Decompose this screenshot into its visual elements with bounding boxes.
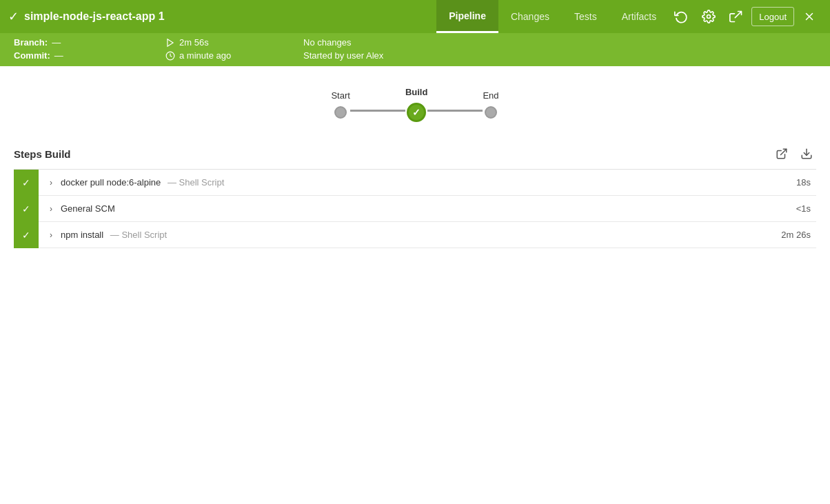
commit-label: Commit: <box>14 50 50 61</box>
started-by-row: Started by user Alex <box>303 50 816 61</box>
step-duration-0: 18s <box>796 177 816 188</box>
step-check-icon-2: ✓ <box>22 230 30 241</box>
step-status-0: ✓ <box>14 170 39 196</box>
steps-title: Steps Build <box>14 148 71 160</box>
download-icon <box>800 148 813 160</box>
stage-build: Build ✓ <box>405 87 428 122</box>
nav-tabs: Pipeline Changes Tests Artifacts <box>436 0 669 33</box>
stage-end: End <box>483 90 498 119</box>
time-value: a minute ago <box>179 50 231 61</box>
commit-row: Commit: — <box>14 50 165 61</box>
step-name-text-2: npm install <box>61 230 103 240</box>
meta-left: Branch: — Commit: — <box>14 37 165 61</box>
step-status-2: ✓ <box>14 222 39 248</box>
step-type-2: — Shell Script <box>110 230 167 240</box>
build-check-icon: ✓ <box>412 107 421 118</box>
pipeline-visualization: Start Build ✓ End <box>0 66 830 136</box>
step-name-1: General SCM <box>61 203 796 214</box>
commit-value: — <box>54 50 63 61</box>
branch-row: Branch: — <box>14 37 165 48</box>
svg-point-0 <box>707 15 711 19</box>
download-button[interactable] <box>797 144 816 163</box>
line-build-end <box>427 110 483 112</box>
step-duration-2: 2m 26s <box>781 230 816 240</box>
play-icon <box>165 38 175 48</box>
reload-button[interactable] <box>669 4 694 29</box>
step-expand-1[interactable]: › <box>41 204 61 214</box>
step-name-0: docker pull node:6-alpine — Shell Script <box>61 177 796 188</box>
duration-value: 2m 56s <box>179 37 209 48</box>
stage-build-label: Build <box>405 87 428 97</box>
step-row-1: ✓ › General SCM <1s <box>14 196 816 222</box>
app-title: simple-node-js-react-app 1 <box>24 10 165 23</box>
branch-value: — <box>52 37 61 48</box>
stage-start-label: Start <box>331 90 350 101</box>
meta-center: 2m 56s a minute ago <box>165 37 303 61</box>
svg-marker-3 <box>168 39 173 46</box>
step-name-text-0: docker pull node:6-alpine <box>61 177 161 188</box>
tab-pipeline[interactable]: Pipeline <box>436 0 498 33</box>
logout-button[interactable]: Logout <box>751 7 794 26</box>
branch-label: Branch: <box>14 37 48 48</box>
svg-line-5 <box>781 149 787 154</box>
title-area: ✓ simple-node-js-react-app 1 <box>8 9 436 24</box>
step-expand-2[interactable]: › <box>41 230 61 240</box>
share-button[interactable] <box>724 4 749 29</box>
meta-right: No changes Started by user Alex <box>303 37 816 61</box>
stage-start: Start <box>331 90 350 119</box>
settings-icon <box>702 10 716 23</box>
steps-icons <box>772 144 816 163</box>
step-check-icon-0: ✓ <box>22 177 30 188</box>
line-start-build <box>350 110 405 112</box>
external-link-icon <box>776 148 788 160</box>
top-bar: ✓ simple-node-js-react-app 1 Pipeline Ch… <box>0 0 830 33</box>
external-link-button[interactable] <box>772 144 791 163</box>
meta-bar: Branch: — Commit: — 2m 56s a minute ago <box>0 33 830 66</box>
step-check-icon-1: ✓ <box>22 203 30 214</box>
clock-icon <box>165 51 175 61</box>
stage-end-label: End <box>483 90 498 101</box>
app-container: ✓ simple-node-js-react-app 1 Pipeline Ch… <box>0 0 830 504</box>
top-bar-icons: Logout <box>669 4 822 29</box>
stage-end-node <box>485 106 497 119</box>
steps-section: Steps Build <box>0 136 830 504</box>
tab-artifacts[interactable]: Artifacts <box>609 0 669 33</box>
tab-tests[interactable]: Tests <box>562 0 609 33</box>
step-expand-0[interactable]: › <box>41 178 61 188</box>
settings-button[interactable] <box>696 4 721 29</box>
share-icon <box>729 10 743 23</box>
time-row: a minute ago <box>165 50 303 61</box>
tab-changes[interactable]: Changes <box>498 0 562 33</box>
close-icon <box>803 10 816 23</box>
main-content: Start Build ✓ End Steps Build <box>0 66 830 504</box>
step-status-1: ✓ <box>14 196 39 222</box>
stage-start-node <box>334 106 347 119</box>
steps-header: Steps Build <box>14 136 816 170</box>
close-button[interactable] <box>797 4 822 29</box>
step-row-2: ✓ › npm install — Shell Script 2m 26s <box>14 222 816 248</box>
no-changes-row: No changes <box>303 37 816 48</box>
reload-icon <box>674 10 688 23</box>
duration-row: 2m 56s <box>165 37 303 48</box>
step-row-0: ✓ › docker pull node:6-alpine — Shell Sc… <box>14 170 816 196</box>
stage-build-node: ✓ <box>407 103 426 122</box>
step-name-2: npm install — Shell Script <box>61 230 781 240</box>
step-duration-1: <1s <box>796 203 816 214</box>
step-type-0: — Shell Script <box>168 177 224 188</box>
check-icon: ✓ <box>8 9 19 24</box>
